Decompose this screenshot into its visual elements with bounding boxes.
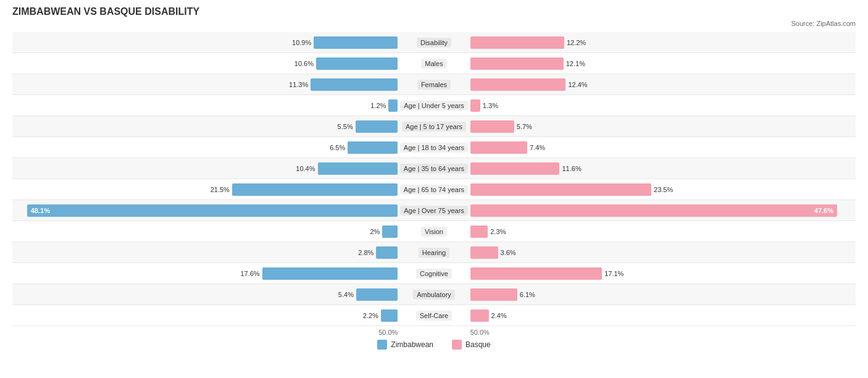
label-container: Age | 65 to 74 years <box>400 185 467 195</box>
row-label: Ambulatory <box>413 290 455 300</box>
left-value: 2.8% <box>358 249 373 256</box>
legend-basque: Basque <box>452 340 491 350</box>
right-bar-container: 11.6% <box>468 158 856 178</box>
right-bar-container: 12.1% <box>468 53 856 74</box>
right-bar: 47.6% <box>470 204 837 217</box>
right-bar <box>470 288 517 301</box>
left-value: 10.6% <box>294 60 314 67</box>
label-container: Hearing <box>400 248 467 258</box>
row-label: Males <box>421 59 446 69</box>
left-bar-container: 2.2% <box>12 305 400 326</box>
left-bar <box>356 288 398 301</box>
right-bar <box>470 57 564 70</box>
right-bar <box>470 120 514 133</box>
right-bar-container: 5.7% <box>468 116 856 136</box>
right-value: 11.6% <box>562 165 581 172</box>
legend: Zimbabwean Basque <box>12 340 856 350</box>
left-value: 6.5% <box>330 144 345 151</box>
left-value: 5.5% <box>338 123 353 130</box>
label-container: Self-Care <box>400 311 467 321</box>
left-value: 1.2% <box>370 102 386 109</box>
label-container: Age | Over 75 years <box>400 206 467 216</box>
right-bar-container: 17.1% <box>468 263 856 284</box>
right-value: 1.3% <box>483 102 498 109</box>
right-bar-container: 6.1% <box>468 284 856 304</box>
left-bar-container: 10.4% <box>12 158 400 178</box>
left-value: 17.6% <box>240 270 259 277</box>
row-label: Age | 35 to 64 years <box>400 164 468 174</box>
label-container: Age | 18 to 34 years <box>400 143 467 153</box>
row-label: Age | 65 to 74 years <box>400 185 468 195</box>
left-bar-container: 6.5% <box>12 137 400 158</box>
label-container: Age | 5 to 17 years <box>400 122 467 132</box>
row-label: Self-Care <box>416 311 452 321</box>
row-label: Age | 18 to 34 years <box>400 143 468 153</box>
left-value: 5.4% <box>338 291 354 298</box>
left-value: 2% <box>370 228 380 235</box>
right-value: 12.4% <box>568 81 587 88</box>
axis-left-label: 50.0% <box>12 329 400 336</box>
right-bar <box>470 246 498 259</box>
right-value: 7.4% <box>530 144 545 151</box>
legend-zimbabwean: Zimbabwean <box>377 340 433 350</box>
chart-row: 21.5% Age | 65 to 74 years 23.5% <box>12 179 856 200</box>
right-bar-container: 12.2% <box>468 32 856 52</box>
chart-area: 10.9% Disability 12.2% 10.6% Males <box>12 32 856 326</box>
left-bar <box>311 78 398 91</box>
basque-legend-label: Basque <box>465 340 491 349</box>
right-bar <box>470 309 489 322</box>
label-container: Males <box>400 59 467 69</box>
right-value: 5.7% <box>517 123 532 130</box>
right-value: 17.1% <box>604 270 624 277</box>
source-label: Source: ZipAtlas.com <box>12 20 856 27</box>
right-bar <box>470 99 480 112</box>
left-value: 11.3% <box>289 81 308 88</box>
right-value: 3.6% <box>501 249 516 256</box>
label-container: Females <box>400 80 467 90</box>
left-bar-container: 48.1% <box>12 200 400 220</box>
right-bar <box>470 141 527 154</box>
right-bar-container: 7.4% <box>468 137 856 158</box>
left-value: 48.1% <box>27 207 50 214</box>
right-value: 12.1% <box>566 60 585 67</box>
right-bar-container: 3.6% <box>468 242 856 262</box>
right-bar-container: 47.6% <box>468 200 856 220</box>
basque-color-box <box>452 340 462 350</box>
right-value: 2.3% <box>490 228 506 235</box>
left-bar-container: 10.9% <box>12 32 400 52</box>
left-bar <box>232 183 398 196</box>
left-bar <box>376 246 398 259</box>
row-label: Vision <box>421 227 447 237</box>
right-bar-container: 23.5% <box>468 179 856 200</box>
left-bar-container: 21.5% <box>12 179 400 200</box>
chart-row: 1.2% Age | Under 5 years 1.3% <box>12 95 856 116</box>
label-container: Cognitive <box>400 269 467 279</box>
zimbabwean-legend-label: Zimbabwean <box>391 340 433 349</box>
left-bar-container: 2.8% <box>12 242 400 262</box>
left-bar-container: 1.2% <box>12 95 400 116</box>
chart-row: 2% Vision 2.3% <box>12 221 856 242</box>
right-bar <box>470 267 603 280</box>
chart-row: 6.5% Age | 18 to 34 years 7.4% <box>12 137 856 158</box>
chart-row: 48.1% Age | Over 75 years 47.6% <box>12 200 856 221</box>
right-bar <box>470 78 566 91</box>
left-bar <box>348 141 398 154</box>
right-bar-container: 1.3% <box>468 95 856 116</box>
row-label: Cognitive <box>416 269 452 279</box>
left-bar <box>262 267 398 280</box>
chart-row: 2.8% Hearing 3.6% <box>12 242 856 263</box>
left-bar-container: 2% <box>12 221 400 242</box>
chart-row: 11.3% Females 12.4% <box>12 74 856 95</box>
chart-row: 17.6% Cognitive 17.1% <box>12 263 856 284</box>
label-container: Vision <box>400 227 467 237</box>
right-value: 47.6% <box>814 207 837 214</box>
right-bar <box>470 183 651 196</box>
left-bar-container: 5.4% <box>12 284 400 304</box>
left-value: 2.2% <box>363 312 378 319</box>
chart-row: 5.5% Age | 5 to 17 years 5.7% <box>12 116 856 137</box>
right-bar <box>470 162 560 175</box>
chart-row: 5.4% Ambulatory 6.1% <box>12 284 856 305</box>
right-bar <box>470 36 564 49</box>
axis-right-label: 50.0% <box>468 329 856 336</box>
left-bar-container: 5.5% <box>12 116 400 136</box>
